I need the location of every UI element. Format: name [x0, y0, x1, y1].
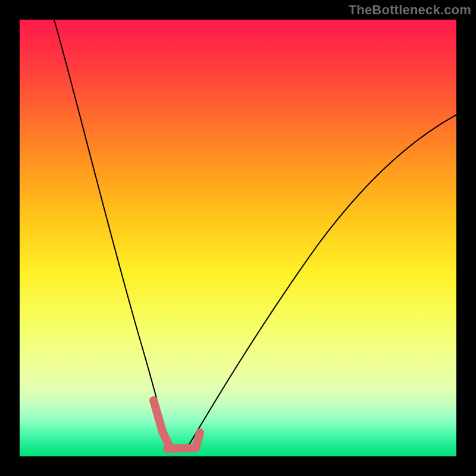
chart-frame: TheBottleneck.com [0, 0, 476, 476]
accent-near-minimum [154, 400, 200, 449]
plot-area [20, 20, 456, 456]
watermark-text: TheBottleneck.com [349, 2, 471, 18]
curve-layer [20, 20, 456, 456]
curve-left-branch [54, 20, 167, 443]
curve-right-branch [189, 115, 456, 444]
